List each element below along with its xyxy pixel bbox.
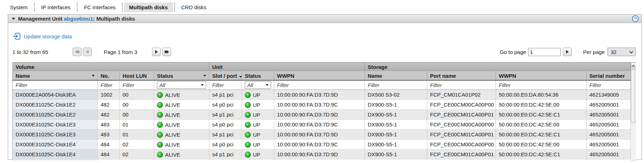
tab-ip-interfaces[interactable]: IP interfaces	[36, 2, 75, 12]
panel-title-prefix: Management Unit	[18, 16, 64, 22]
status-up-icon: ↑	[157, 152, 163, 158]
table-row[interactable]: DX000E31025C-Disk1E448402↑ALIVEs4 p1 pci…	[13, 150, 631, 159]
table-row[interactable]: DX000E31025C-Disk1E348301↑ALIVEs4 p1 pci…	[13, 130, 631, 140]
vertical-scrollbar[interactable]	[631, 62, 636, 161]
tab-crd-disks[interactable]: CRD disks	[176, 2, 211, 12]
double-right-arrow-icon	[165, 50, 169, 54]
goto-page-input[interactable]	[528, 48, 561, 56]
column-header-serial[interactable]: Serial number	[587, 72, 631, 80]
update-storage-link[interactable]: Update storage data	[24, 33, 72, 39]
cell-unit-status: ↑UP	[242, 140, 274, 150]
column-header-unit-wwpn[interactable]: WWPN	[274, 72, 365, 80]
cell-storage-name: DX900-S5-1	[365, 130, 427, 140]
cell-no: 482	[98, 110, 120, 120]
cell-name: DX000E31025C-Disk1E3	[13, 120, 98, 130]
filter-input-name[interactable]: Filter	[13, 80, 98, 90]
management-unit-link[interactable]: abgse6mu1	[64, 16, 93, 22]
cell-slot-port: s4 p1 pci	[209, 110, 242, 120]
cell-serial: 4652005001	[587, 130, 631, 140]
cell-unit-status: ↑UP	[242, 120, 274, 130]
tab-separator	[34, 3, 35, 11]
filter-input-no[interactable]: Filter	[98, 80, 120, 90]
column-header-storage-name[interactable]: Name	[365, 72, 427, 80]
column-header-status[interactable]: Status	[154, 72, 209, 80]
status-text: UP	[253, 102, 260, 108]
filter-cell: All	[154, 80, 209, 90]
filter-select-status[interactable]: All	[157, 81, 206, 89]
per-page-select[interactable]: 32	[608, 48, 636, 56]
cell-partial	[13, 159, 98, 161]
status-up-icon: ↑	[157, 112, 163, 118]
first-page-button[interactable]	[73, 48, 81, 56]
table-row[interactable]: DX000E31025C-Disk1E248200↑ALIVEs4 p0 pci…	[13, 100, 631, 110]
column-header-label: Status	[157, 73, 173, 79]
scrollbar-thumb[interactable]	[631, 70, 636, 123]
cell-status: ↑ALIVE	[154, 110, 209, 120]
cell-serial: 4652005001	[587, 150, 631, 159]
filter-input-storage-wwpn[interactable]: Filter	[496, 80, 587, 90]
cell-storage-name: DX900-S5-1	[365, 150, 427, 159]
tab-system[interactable]: System	[5, 2, 33, 12]
tab-fc-interfaces[interactable]: FC interfaces	[79, 2, 120, 12]
cell-serial: 4652005001	[587, 110, 631, 120]
cell-storage-name: DX900-S5-1	[365, 100, 427, 110]
table-row[interactable]: DX000E31025C-Disk1E448402↑ALIVEs4 p0 pci…	[13, 140, 631, 150]
tab-multipath-disks[interactable]: Multipath disks	[124, 2, 173, 12]
cell-host-lun: 00	[120, 100, 154, 110]
tab-bar: SystemIP interfacesFC interfacesMultipat…	[0, 0, 644, 14]
column-header-host-lun[interactable]: Host LUN	[120, 72, 154, 80]
cell-no: 483	[98, 120, 120, 130]
filter-select-value: All	[159, 82, 165, 88]
column-header-storage-wwpn[interactable]: WWPN	[496, 72, 587, 80]
prev-page-button[interactable]	[83, 48, 92, 56]
goto-page-button[interactable]	[563, 48, 572, 56]
filter-cell: All	[242, 80, 274, 90]
filter-select-unit-status[interactable]: All	[245, 81, 271, 89]
cell-port-name: FCP_CE00CM00CA00P00	[427, 140, 496, 150]
table-row[interactable]: DX000E31025C-Disk1E348301↑ALIVEs4 p0 pci…	[13, 120, 631, 130]
next-page-button[interactable]	[152, 48, 161, 56]
column-header-label: WWPN	[499, 73, 516, 79]
cell-storage-wwpn: 50:00:00:E0:DC:42:5E:C1	[496, 130, 587, 140]
cell-storage-wwpn: 50:00:00:E0:DC:42:5E:C1	[496, 150, 587, 159]
sort-arrow-icon[interactable]	[92, 75, 95, 77]
column-header-label: Serial number	[589, 73, 625, 79]
column-header-no[interactable]: No.	[98, 72, 120, 80]
column-header-port-name[interactable]: Port name	[427, 72, 496, 80]
sort-arrow-icon[interactable]	[239, 76, 242, 78]
cell-unit-wwpn: 10:00:00:90:FA:D3:7D:9D	[274, 90, 365, 100]
filter-input-port-name[interactable]: Filter	[427, 80, 496, 90]
status-text: ALIVE	[165, 102, 180, 108]
collapse-icon[interactable]	[12, 18, 15, 20]
column-header-slot-port[interactable]: Slot / port	[209, 72, 242, 80]
goto-page-label: Go to page	[500, 49, 526, 55]
column-header-unit-status[interactable]: Status	[242, 72, 274, 80]
cell-slot-port: s4 p0 pci	[209, 140, 242, 150]
cell-partial	[120, 159, 154, 161]
filter-input-unit-wwpn[interactable]: Filter	[274, 80, 365, 90]
table-row-partial[interactable]	[13, 159, 631, 161]
goto-perpage-group: Go to page Per page 32	[500, 48, 636, 56]
cell-unit-status: ↑UP	[242, 110, 274, 120]
status-up-icon: ↑	[157, 92, 163, 98]
status-up-icon: ↑	[245, 132, 251, 138]
filter-input-host-lun[interactable]: Filter	[120, 80, 154, 90]
scroll-up-button[interactable]	[631, 63, 636, 69]
right-arrow-icon	[155, 50, 158, 54]
filter-input-slot-port[interactable]: Filter	[209, 80, 242, 90]
help-icon[interactable]: ?	[632, 15, 639, 22]
status-text: ALIVE	[165, 112, 180, 118]
cell-unit-status: ↑UP	[242, 130, 274, 140]
dropdown-arrow-icon	[266, 84, 269, 86]
table-row[interactable]: DX000E2A0054-Disk3EA100200↑ALIVEs4 p1 pc…	[13, 90, 631, 100]
column-header-name[interactable]: Name	[13, 72, 98, 80]
cell-serial: 4621349005	[587, 90, 631, 100]
cell-name: DX000E31025C-Disk1E4	[13, 140, 98, 150]
sort-arrow-icon[interactable]	[203, 75, 206, 77]
filter-input-storage-name[interactable]: Filter	[365, 80, 427, 90]
last-page-button[interactable]	[162, 48, 171, 56]
filter-input-serial[interactable]: Filter	[587, 80, 631, 90]
table-row[interactable]: DX000E31025C-Disk1E248200↑ALIVEs4 p1 pci…	[13, 110, 631, 120]
cell-storage-wwpn: 50:00:00:E0:DC:42:5E:00	[496, 140, 587, 150]
status-text: UP	[253, 122, 260, 128]
